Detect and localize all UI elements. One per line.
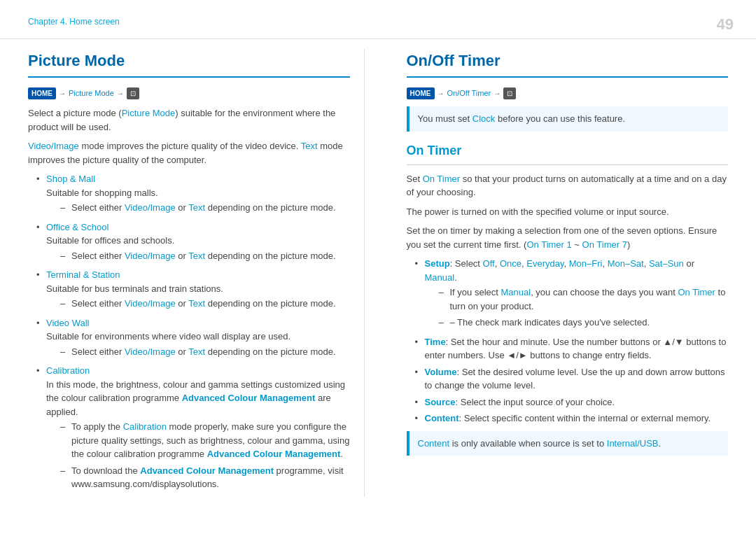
picture-mode-section: Picture Mode HOME → Picture Mode → ⊡ Sel… — [28, 49, 365, 497]
arrow1-left: → — [59, 88, 66, 99]
picture-mode-title: Picture Mode — [28, 49, 350, 72]
onoff-timer-divider — [407, 76, 729, 78]
video-wall-sub: Select either Video/Image or Text depend… — [46, 345, 350, 359]
calibration-sub: To apply the Calibration mode properly, … — [46, 420, 350, 491]
divider-top — [0, 38, 756, 39]
picture-mode-intro: Select a picture mode (Picture Mode) sui… — [28, 106, 350, 134]
page-number: 49 — [717, 13, 734, 36]
office-school-sub: Select either Video/Image or Text depend… — [46, 249, 350, 263]
on-timer-list: Setup: Select Off, Once, Everyday, Mon–F… — [407, 257, 729, 426]
on-timer-para1: Set On Timer so that your product turns … — [407, 172, 729, 199]
on-timer-subtitle: On Timer — [407, 141, 729, 160]
onoff-timer-link[interactable]: On/Off Timer — [447, 87, 491, 99]
picture-mode-link[interactable]: Picture Mode — [69, 87, 114, 99]
sub-item: Select either Video/Image or Text depend… — [60, 249, 350, 263]
onoff-timer-breadcrumb: HOME → On/Off Timer → ⊡ — [407, 87, 729, 99]
onoff-timer-section: On/Off Timer HOME → On/Off Timer → ⊡ You… — [393, 49, 729, 497]
onoff-timer-title: On/Off Timer — [407, 49, 729, 72]
sub-item: If you select Manual, you can choose the… — [439, 286, 729, 313]
on-timer-para3: Set the on timer by making a selection f… — [407, 224, 729, 251]
list-item: Office & School Suitable for offices and… — [36, 220, 350, 263]
sub-item: To download the Advanced Colour Manageme… — [60, 464, 350, 491]
list-item: Source: Select the input source of your … — [415, 395, 729, 409]
shop-mall-sub: Select either Video/Image or Text depend… — [46, 201, 350, 215]
on-timer-divider — [407, 164, 729, 165]
list-item: Setup: Select Off, Once, Everyday, Mon–F… — [415, 257, 729, 330]
sub-item: To apply the Calibration mode properly, … — [60, 420, 350, 461]
sub-item: – The check mark indicates days you've s… — [439, 316, 729, 330]
content-info-box: Content is only available when source is… — [407, 431, 729, 456]
picture-mode-divider — [28, 76, 350, 78]
picture-mode-list: Shop & Mall Suitable for shopping malls.… — [28, 172, 350, 491]
arrow2-left: → — [117, 88, 124, 99]
sub-item: Select either Video/Image or Text depend… — [60, 345, 350, 359]
picture-mode-breadcrumb: HOME → Picture Mode → ⊡ — [28, 87, 350, 99]
list-item: Video Wall Suitable for environments whe… — [36, 316, 350, 359]
clock-info-box: You must set Clock before you can use th… — [407, 106, 729, 132]
list-item: Volume: Set the desired volume level. Us… — [415, 365, 729, 393]
list-item: Calibration In this mode, the brightness… — [36, 364, 350, 491]
list-item: Shop & Mall Suitable for shopping malls.… — [36, 172, 350, 215]
list-item: Terminal & Station Suitable for bus term… — [36, 268, 350, 311]
home-badge-left: HOME — [28, 87, 56, 99]
onoff-timer-icon: ⊡ — [503, 87, 516, 99]
arrow2-right: → — [493, 88, 500, 99]
sub-item: Select either Video/Image or Text depend… — [60, 201, 350, 215]
list-item: Content: Select specific content within … — [415, 412, 729, 426]
video-text-note: Video/Image mode improves the picture qu… — [28, 139, 350, 167]
arrow1-right: → — [438, 88, 444, 99]
list-item: Time: Set the hour and minute. Use the n… — [415, 335, 729, 363]
setup-sub: If you select Manual, you can choose the… — [425, 286, 729, 330]
terminal-station-sub: Select either Video/Image or Text depend… — [46, 297, 350, 311]
on-timer-para2: The power is turned on with the specifie… — [407, 205, 729, 219]
sub-item: Select either Video/Image or Text depend… — [60, 297, 350, 311]
chapter-header: Chapter 4. Home screen — [28, 15, 120, 28]
chapter-text: Chapter 4. Home screen — [28, 17, 120, 27]
picture-mode-icon: ⊡ — [127, 87, 139, 99]
home-badge-right: HOME — [407, 87, 435, 99]
